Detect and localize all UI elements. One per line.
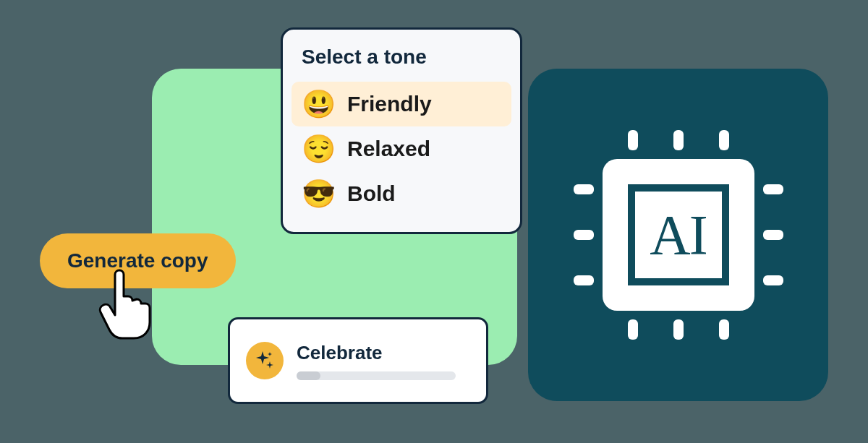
celebrate-label: Celebrate — [297, 342, 470, 364]
ai-chip-label: AI — [650, 202, 706, 267]
tone-option-bold[interactable]: 😎 Bold — [292, 171, 511, 216]
ai-chip-icon: AI — [603, 159, 754, 311]
smile-emoji-icon: 😃 — [302, 90, 336, 118]
tone-selector-popover: Select a tone 😃 Friendly 😌 Relaxed 😎 Bol… — [281, 27, 522, 234]
tone-option-label: Friendly — [347, 92, 432, 116]
tone-option-friendly[interactable]: 😃 Friendly — [292, 82, 511, 126]
tone-selector-title: Select a tone — [302, 46, 511, 69]
cursor-pointer-icon — [96, 269, 154, 341]
ai-chip-card: AI — [528, 69, 828, 401]
tone-option-label: Relaxed — [347, 137, 430, 161]
tone-option-label: Bold — [347, 181, 396, 206]
tone-option-relaxed[interactable]: 😌 Relaxed — [292, 126, 511, 171]
celebrate-card[interactable]: Celebrate — [228, 317, 488, 404]
sunglasses-emoji-icon: 😎 — [302, 180, 336, 207]
celebrate-progress-bar — [297, 371, 456, 380]
relieved-emoji-icon: 😌 — [302, 135, 336, 163]
sparkle-icon — [246, 342, 284, 379]
